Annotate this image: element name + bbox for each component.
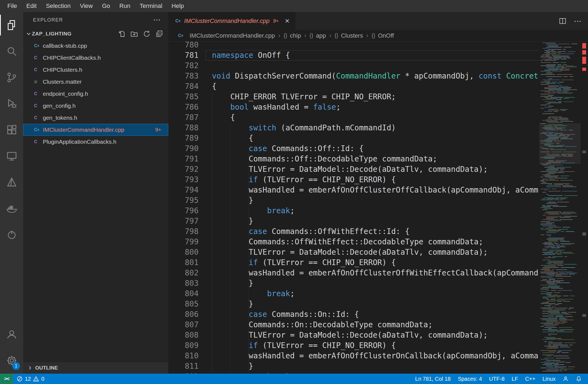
code-line[interactable]: 801 if (TLVError == CHIP_NO_ERROR) { [168, 257, 588, 268]
code-line[interactable]: 806 case Commands::On::Id: { [168, 309, 588, 320]
code-line[interactable]: 804 break; [168, 289, 588, 299]
run-and-debug-icon[interactable] [0, 91, 23, 117]
code-line[interactable]: 785 CHIP_ERROR TLVError = CHIP_NO_ERROR; [168, 92, 588, 102]
code-line[interactable]: 787 { [168, 112, 588, 123]
file-row[interactable]: Cgen_config.h [23, 100, 168, 112]
cursor-position[interactable]: Ln 781, Col 18 [412, 374, 454, 384]
menu-help[interactable]: Help [167, 0, 188, 12]
file-row[interactable]: CCHIPClusters.h [23, 64, 168, 76]
line-number[interactable]: 809 [168, 340, 206, 351]
line-number[interactable]: 810 [168, 351, 206, 361]
code-line[interactable]: 803 } [168, 278, 588, 289]
code-line[interactable]: 786 bool wasHandled = false; [168, 102, 588, 112]
code-line[interactable]: 781namespace OnOff { [168, 50, 588, 61]
settings-gear-icon[interactable]: 1 [0, 347, 23, 374]
line-number[interactable]: 803 [168, 278, 206, 289]
line-number[interactable]: 783 [168, 71, 206, 81]
code-line[interactable]: 808 TLVError = DataModel::Decode(aDataTl… [168, 330, 588, 340]
accounts-icon[interactable] [0, 321, 23, 347]
explorer-more-actions-icon[interactable]: ⋯ [153, 16, 161, 24]
code-line[interactable]: 807 Commands::On::DecodableType commandD… [168, 320, 588, 330]
code-line[interactable]: 780 [168, 41, 588, 50]
code-viewport[interactable]: 780781namespace OnOff {782783void Dispat… [168, 41, 588, 374]
remote-explorer-icon[interactable] [0, 143, 23, 169]
line-number[interactable]: 805 [168, 299, 206, 309]
collapse-all-icon[interactable] [155, 30, 163, 38]
line-number[interactable]: 780 [168, 41, 206, 50]
menu-file[interactable]: File [3, 0, 22, 12]
code-line[interactable]: 789 { [168, 133, 588, 143]
new-folder-icon[interactable] [130, 30, 138, 38]
line-number[interactable]: 789 [168, 133, 206, 143]
line-number[interactable]: 790 [168, 143, 206, 154]
language-mode[interactable]: C++ [521, 374, 539, 384]
tab-close-icon[interactable]: × [285, 17, 289, 25]
code-line[interactable]: 792 TLVError = DataModel::Decode(aDataTl… [168, 164, 588, 175]
code-line[interactable]: 796 break; [168, 206, 588, 216]
code-line[interactable]: 810 wasHandled = emberAfOnOffClusterOnCa… [168, 351, 588, 361]
file-row[interactable]: Cendpoint_config.h [23, 88, 168, 100]
line-number[interactable]: 797 [168, 216, 206, 226]
code-line[interactable]: 805 } [168, 299, 588, 309]
cmake-icon[interactable] [0, 169, 23, 195]
line-number[interactable]: 788 [168, 123, 206, 133]
line-number[interactable]: 787 [168, 112, 206, 123]
code-line[interactable]: 811 } [168, 361, 588, 371]
line-number[interactable]: 781 [168, 50, 206, 61]
line-number[interactable]: 802 [168, 268, 206, 278]
encoding[interactable]: UTF-8 [485, 374, 508, 384]
breadcrumb-file[interactable]: IMClusterCommandHandler.cpp [190, 32, 275, 39]
line-number[interactable]: 800 [168, 247, 206, 257]
line-number[interactable]: 784 [168, 81, 206, 92]
breadcrumb-symbol[interactable]: app [316, 32, 326, 39]
line-number[interactable]: 806 [168, 309, 206, 320]
code-line[interactable]: 802 wasHandled = emberAfOnOffClusterOffW… [168, 268, 588, 278]
line-number[interactable]: 792 [168, 164, 206, 175]
line-number[interactable]: 804 [168, 289, 206, 299]
menu-edit[interactable]: Edit [22, 0, 41, 12]
menu-go[interactable]: Go [97, 0, 115, 12]
line-number[interactable]: 785 [168, 92, 206, 102]
code-line[interactable]: 790 case Commands::Off::Id: { [168, 143, 588, 154]
code-line[interactable]: 809 if (TLVError == CHIP_NO_ERROR) { [168, 340, 588, 351]
menu-selection[interactable]: Selection [41, 0, 75, 12]
file-row[interactable]: CPluginApplicationCallbacks.h [23, 136, 168, 148]
workspace-section-header[interactable]: ZAP_LIGHTING [23, 28, 168, 40]
refresh-icon[interactable] [143, 30, 151, 38]
line-number[interactable]: 793 [168, 175, 206, 185]
line-number[interactable]: 796 [168, 206, 206, 216]
menu-view[interactable]: View [75, 0, 97, 12]
menu-run[interactable]: Run [115, 0, 135, 12]
source-control-icon[interactable] [0, 64, 23, 91]
line-number[interactable]: 791 [168, 154, 206, 164]
code-line[interactable]: 800 TLVError = DataModel::Decode(aDataTl… [168, 247, 588, 257]
file-row[interactable]: Cgen_tokens.h [23, 112, 168, 124]
feedback-icon[interactable] [559, 374, 572, 384]
code-line[interactable]: 783void DispatchServerCommand(CommandHan… [168, 71, 588, 81]
outline-section-header[interactable]: OUTLINE [23, 362, 168, 374]
new-file-icon[interactable] [118, 30, 126, 38]
line-number[interactable]: 812 [168, 371, 206, 374]
code-line[interactable]: 798 case Commands::OffWithEffect::Id: { [168, 226, 588, 237]
power-icon[interactable] [0, 221, 23, 248]
code-line[interactable]: 793 if (TLVError == CHIP_NO_ERROR) { [168, 175, 588, 185]
tab-imclustercommandhandler[interactable]: C+ IMClusterCommandHandler.cpp 9+ × [168, 12, 295, 30]
minimap-slider[interactable] [539, 123, 581, 164]
notifications-bell-icon[interactable] [572, 374, 585, 384]
line-number[interactable]: 799 [168, 237, 206, 247]
breadcrumb-symbol[interactable]: OnOff [378, 32, 394, 39]
menu-terminal[interactable]: Terminal [135, 0, 167, 12]
minimap[interactable] [539, 41, 581, 374]
line-number[interactable]: 798 [168, 226, 206, 237]
line-number[interactable]: 807 [168, 320, 206, 330]
line-number[interactable]: 808 [168, 330, 206, 340]
os-indicator[interactable]: Linux [539, 374, 559, 384]
code-line[interactable]: 795 } [168, 195, 588, 206]
code-line[interactable]: 784{ [168, 81, 588, 92]
file-row[interactable]: C+callback-stub.cpp [23, 40, 168, 52]
docker-icon[interactable] [0, 195, 23, 221]
file-row[interactable]: C+IMClusterCommandHandler.cpp9+ [23, 124, 168, 136]
extensions-icon[interactable] [0, 117, 23, 143]
breadcrumb-symbol[interactable]: chip [290, 32, 301, 39]
code-line[interactable]: 812 break; [168, 371, 588, 374]
